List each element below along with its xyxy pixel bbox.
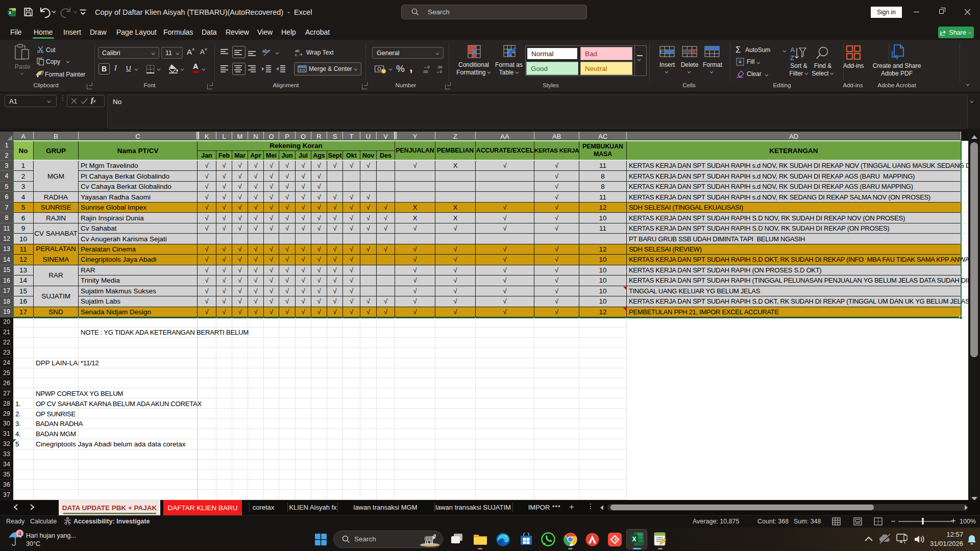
svg-text:Z: Z (790, 54, 794, 61)
svg-text:.00: .00 (423, 69, 428, 73)
svg-text:c: c (295, 53, 297, 56)
svg-text:X: X (632, 536, 636, 543)
svg-text:.00: .00 (437, 65, 442, 69)
svg-text:A: A (790, 46, 795, 54)
svg-text:→0: →0 (436, 69, 442, 73)
svg-text:←0: ←0 (424, 65, 430, 69)
svg-text:X: X (9, 10, 12, 15)
